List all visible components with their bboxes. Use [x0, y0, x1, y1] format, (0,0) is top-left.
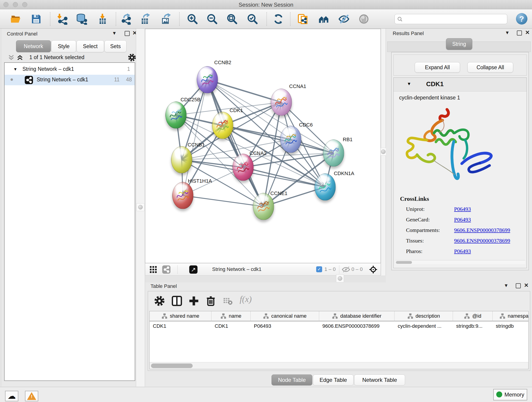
cell-namespace[interactable]: stringdb [493, 321, 529, 332]
warnings-button[interactable]: ! [25, 391, 38, 401]
column-header[interactable]: database identifier [319, 311, 394, 321]
maximize-panel-icon[interactable] [125, 31, 130, 36]
cell-database-identifier[interactable]: 9606.ENSP00000378699 [319, 321, 394, 332]
copy-network-icon[interactable] [297, 13, 309, 25]
entry-expanded-icon[interactable]: ▼ [407, 81, 411, 86]
float-panel-icon[interactable]: ▾ [506, 30, 509, 36]
left-splitter-handle[interactable] [137, 203, 144, 211]
tab-node-table[interactable]: Node Table [272, 375, 312, 385]
table-row[interactable]: CDK1 CDK1 P06493 9606.ENSP00000378699 cy… [150, 321, 528, 332]
column-header[interactable]: name [211, 311, 251, 321]
search-input[interactable] [404, 15, 505, 23]
birdseye-crosshair-icon[interactable] [369, 265, 378, 274]
network-node-CDK1[interactable] [212, 112, 233, 139]
close-panel-icon[interactable]: ✕ [525, 30, 530, 36]
maximize-panel-icon[interactable] [516, 283, 521, 288]
expand-all-networks-icon[interactable] [16, 54, 24, 61]
crosslink-uniprot-link[interactable]: P06493 [454, 206, 471, 212]
network-row-selected[interactable]: ● String Network – cdk1 11 48 [5, 75, 135, 85]
network-node-CDC25B[interactable] [165, 102, 186, 128]
tab-sets[interactable]: Sets [104, 40, 127, 52]
network-node-CCNB2[interactable] [197, 66, 218, 93]
collapse-all-networks-icon[interactable] [7, 54, 15, 61]
left-splitter[interactable] [136, 29, 145, 387]
network-node-CCNE1[interactable] [253, 193, 274, 220]
table-scrollbar-thumb[interactable] [151, 364, 193, 368]
import-network-from-database-icon[interactable] [76, 13, 87, 25]
network-node-CCNB1[interactable] [171, 146, 192, 173]
grid-view-icon[interactable] [149, 265, 158, 274]
network-options-gear-icon[interactable] [127, 53, 137, 62]
horizontal-splitter-handle[interactable] [336, 274, 344, 282]
refresh-layout-icon[interactable] [273, 13, 284, 25]
tab-select[interactable]: Select [76, 40, 104, 52]
create-column-plus-icon[interactable] [188, 295, 200, 307]
network-node-CDC6[interactable] [280, 126, 301, 153]
network-node-RB1[interactable] [323, 140, 344, 167]
delete-table-icon[interactable] [223, 295, 233, 307]
delete-column-trash-icon[interactable] [205, 295, 217, 307]
export-network-icon[interactable] [120, 13, 132, 25]
open-session-icon[interactable] [10, 13, 22, 25]
network-node-CDKN1A[interactable] [315, 173, 336, 201]
expand-all-button[interactable]: Expand All [415, 62, 460, 73]
crosslink-compartments-link[interactable]: 9606.ENSP00000378699 [454, 227, 510, 233]
houses-icon[interactable] [318, 13, 329, 25]
help-button[interactable]: ? [516, 13, 527, 25]
share-view-icon[interactable] [162, 265, 171, 274]
tab-style[interactable]: Style [51, 40, 76, 52]
cell-shared-name[interactable]: CDK1 [150, 321, 211, 332]
zoom-selected-icon[interactable] [247, 13, 258, 25]
zoom-fit-icon[interactable] [226, 13, 238, 25]
network-node-CCNA1[interactable] [271, 89, 292, 116]
column-header[interactable]: @id [453, 311, 493, 321]
detach-view-icon[interactable]: ↗ [189, 265, 197, 274]
tree-expanded-icon[interactable]: ▼ [13, 67, 17, 72]
cell-canonical-name[interactable]: P06493 [251, 321, 319, 332]
show-graphics-details-icon[interactable] [358, 13, 370, 25]
cell-name[interactable]: CDK1 [211, 321, 251, 332]
network-canvas[interactable]: CCNB2CCNA1CDC25BCDK1CDC6RB1CCNB1CCNA2CDK… [145, 29, 381, 263]
memory-button[interactable]: Memory [493, 389, 527, 400]
float-panel-icon[interactable]: ▾ [505, 282, 507, 288]
cell-id[interactable]: stringdb:9... [453, 321, 493, 332]
cell-description[interactable]: cyclin-dependent ... [394, 321, 453, 332]
import-network-icon[interactable] [56, 13, 68, 25]
collapse-all-button[interactable]: Collapse All [467, 62, 513, 73]
selected-checkbox-icon[interactable]: ✓ [316, 266, 322, 272]
function-builder-icon[interactable]: f(x) [240, 294, 252, 304]
zoom-out-icon[interactable] [206, 13, 218, 25]
gene-entry-header[interactable]: ▼ CDK1 [394, 78, 526, 91]
export-table-icon[interactable] [140, 13, 151, 25]
network-collection-row[interactable]: ▼ String Network – cdk1 1 [5, 64, 135, 75]
column-type-icon [332, 313, 338, 319]
table-options-gear-icon[interactable] [153, 295, 165, 307]
crosslink-genecard-link[interactable]: P06493 [454, 217, 471, 223]
column-header[interactable]: description [394, 311, 453, 321]
select-columns-icon[interactable] [171, 295, 183, 307]
entry-horizontal-scrollbar[interactable] [395, 260, 525, 264]
hide-graphics-details-icon[interactable] [338, 13, 350, 25]
column-header[interactable]: shared name [150, 311, 211, 321]
export-image-icon[interactable] [160, 13, 172, 25]
import-table-icon[interactable] [97, 13, 108, 25]
entry-scrollbar-thumb[interactable] [396, 261, 412, 264]
close-panel-icon[interactable]: ✕ [524, 282, 529, 288]
cloud-button[interactable]: ☁ [5, 391, 18, 401]
maximize-panel-icon[interactable] [517, 31, 522, 36]
network-node-HIST1H1A[interactable] [172, 182, 193, 209]
save-session-icon[interactable] [31, 13, 42, 25]
float-panel-icon[interactable]: ▾ [113, 30, 116, 36]
tab-network[interactable]: Network [16, 40, 51, 52]
crosslink-pharos-link[interactable]: P06493 [454, 248, 471, 254]
column-header[interactable]: canonical name [251, 311, 319, 321]
network-node-CCNA2[interactable] [233, 154, 254, 181]
zoom-in-icon[interactable] [187, 13, 198, 25]
tab-edge-table[interactable]: Edge Table [313, 375, 354, 385]
crosslink-tissues-link[interactable]: 9606.ENSP00000378699 [454, 238, 510, 244]
table-horizontal-scrollbar[interactable] [150, 362, 528, 369]
tab-string[interactable]: String [446, 38, 472, 50]
column-header[interactable]: namespace [493, 311, 529, 321]
gene-description: cyclin-dependent kinase 1 [399, 95, 460, 101]
tab-network-table[interactable]: Network Table [354, 375, 405, 385]
